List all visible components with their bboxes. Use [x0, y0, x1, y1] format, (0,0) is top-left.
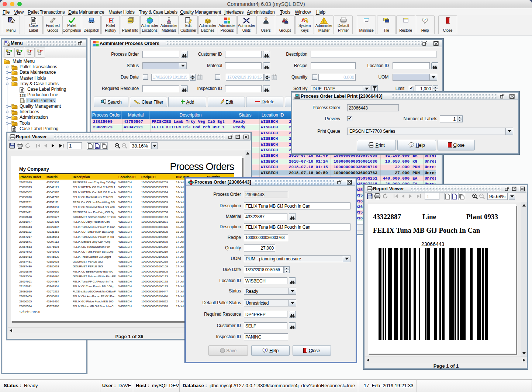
svg-text:?: ? [424, 18, 426, 22]
svg-text:123: 123 [20, 94, 25, 98]
svg-text:?: ? [411, 143, 412, 147]
svg-text:?: ? [264, 348, 266, 352]
svg-text:A: A [301, 17, 305, 23]
